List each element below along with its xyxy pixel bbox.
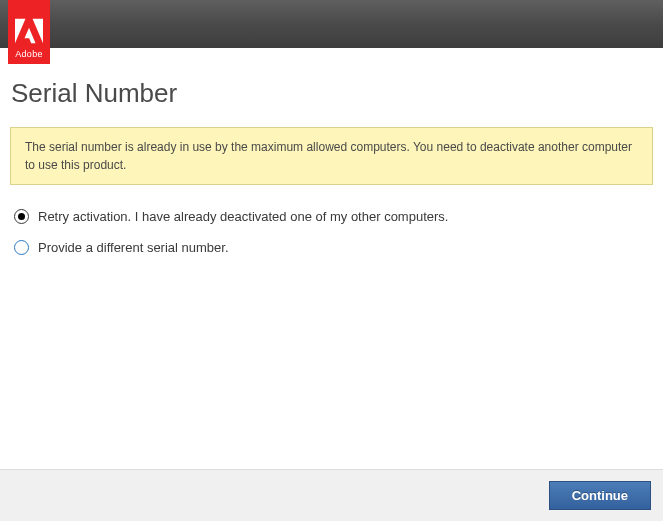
- radio-retry-activation[interactable]: Retry activation. I have already deactiv…: [14, 209, 653, 224]
- adobe-logo-icon: [15, 17, 43, 45]
- footer-bar: Continue: [0, 469, 663, 521]
- page-title: Serial Number: [11, 78, 653, 109]
- continue-button[interactable]: Continue: [549, 481, 651, 510]
- radio-retry-label: Retry activation. I have already deactiv…: [38, 209, 448, 224]
- radio-provide-label: Provide a different serial number.: [38, 240, 229, 255]
- alert-message: The serial number is already in use by t…: [10, 127, 653, 185]
- radio-button-icon: [14, 209, 29, 224]
- brand-block: Adobe: [8, 0, 50, 64]
- header-bar: Adobe: [0, 0, 663, 48]
- radio-provide-serial[interactable]: Provide a different serial number.: [14, 240, 653, 255]
- brand-label: Adobe: [15, 49, 43, 59]
- options-group: Retry activation. I have already deactiv…: [10, 209, 653, 255]
- content-area: Serial Number The serial number is alrea…: [0, 48, 663, 255]
- radio-button-icon: [14, 240, 29, 255]
- radio-selected-dot-icon: [18, 213, 25, 220]
